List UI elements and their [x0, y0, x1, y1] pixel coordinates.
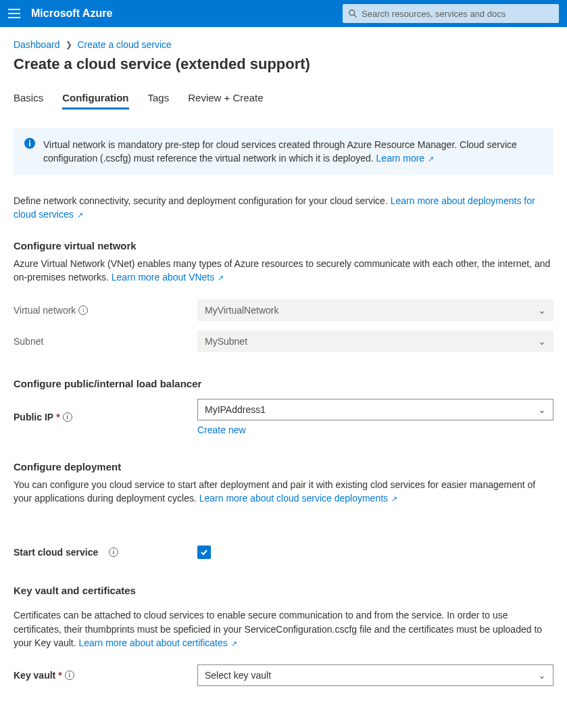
- section-virtual-network: Configure virtual network Azure Virtual …: [14, 240, 553, 352]
- external-link-icon: ↗: [75, 211, 83, 219]
- subnet-value: MySubnet: [205, 336, 247, 347]
- info-icon: [24, 138, 35, 166]
- start-service-checkbox[interactable]: [197, 545, 211, 559]
- external-link-icon: ↗: [229, 639, 237, 648]
- info-learn-more-link[interactable]: Learn more ↗: [376, 153, 435, 164]
- start-service-label: Start cloud service i: [14, 547, 197, 558]
- search-input[interactable]: [362, 9, 553, 19]
- section-key-vault: Key vault and certificates Certificates …: [14, 585, 553, 686]
- chevron-down-icon: ⌄: [538, 336, 546, 347]
- deploy-heading: Configure deployment: [14, 461, 553, 472]
- virtual-network-dropdown: MyVirtualNetwork ⌄: [197, 299, 553, 321]
- info-text: Virtual network is mandatory pre-step fo…: [43, 139, 517, 164]
- chevron-down-icon: ⌄: [538, 305, 546, 316]
- svg-rect-4: [29, 141, 30, 142]
- key-vault-value: Select key vault: [205, 670, 271, 681]
- chevron-down-icon: ⌄: [538, 404, 546, 415]
- subnet-label: Subnet: [14, 336, 197, 347]
- breadcrumb: Dashboard ❯ Create a cloud service: [14, 39, 553, 50]
- tab-review-create[interactable]: Review + Create: [188, 92, 263, 110]
- svg-line-1: [354, 15, 357, 18]
- public-ip-dropdown[interactable]: MyIPAddress1 ⌄: [197, 399, 553, 420]
- tab-tags[interactable]: Tags: [148, 92, 170, 110]
- vnet-desc: Azure Virtual Network (VNet) enables man…: [14, 258, 550, 283]
- tab-strip: Basics Configuration Tags Review + Creat…: [14, 92, 553, 110]
- breadcrumb-dashboard[interactable]: Dashboard: [14, 39, 60, 50]
- vnet-label: Virtual network i: [14, 305, 197, 316]
- svg-rect-3: [29, 143, 30, 147]
- global-search[interactable]: [343, 4, 559, 23]
- create-new-link[interactable]: Create new: [197, 424, 246, 435]
- chevron-down-icon: ⌄: [538, 670, 546, 681]
- key-vault-dropdown[interactable]: Select key vault ⌄: [197, 664, 553, 686]
- info-banner: Virtual network is mandatory pre-step fo…: [14, 128, 553, 175]
- svg-point-0: [349, 10, 355, 16]
- info-tooltip-icon[interactable]: i: [65, 671, 74, 680]
- tab-basics[interactable]: Basics: [14, 92, 43, 110]
- info-tooltip-icon[interactable]: i: [78, 306, 88, 315]
- info-tooltip-icon[interactable]: i: [63, 412, 72, 422]
- lb-heading: Configure public/internal load balancer: [14, 378, 553, 389]
- menu-icon[interactable]: [8, 9, 20, 18]
- subnet-dropdown: MySubnet ⌄: [197, 331, 553, 352]
- brand-label: Microsoft Azure: [31, 7, 112, 20]
- vnet-learn-more-link[interactable]: Learn more about VNets ↗: [112, 272, 224, 283]
- kv-heading: Key vault and certificates: [14, 585, 553, 596]
- external-link-icon: ↗: [389, 495, 397, 503]
- deploy-learn-more-link[interactable]: Learn more about cloud service deploymen…: [199, 493, 397, 504]
- intro-text: Define network connectivity, security an…: [14, 195, 391, 206]
- breadcrumb-current[interactable]: Create a cloud service: [78, 39, 172, 50]
- vnet-heading: Configure virtual network: [14, 240, 553, 251]
- section-deployment: Configure deployment You can configure y…: [14, 461, 553, 560]
- kv-learn-more-link[interactable]: Learn more about about certificates ↗: [79, 637, 237, 648]
- external-link-icon: ↗: [216, 274, 224, 282]
- top-bar: Microsoft Azure: [0, 0, 567, 27]
- search-icon: [348, 9, 358, 18]
- public-ip-label: Public IP * i: [14, 412, 197, 422]
- info-tooltip-icon[interactable]: i: [109, 548, 118, 557]
- virtual-network-value: MyVirtualNetwork: [205, 305, 278, 316]
- chevron-right-icon: ❯: [66, 40, 72, 49]
- public-ip-value: MyIPAddress1: [205, 404, 266, 415]
- tab-configuration[interactable]: Configuration: [62, 92, 128, 110]
- section-load-balancer: Configure public/internal load balancer …: [14, 378, 553, 435]
- key-vault-label: Key vault * i: [14, 670, 197, 681]
- external-link-icon: ↗: [426, 155, 434, 163]
- page-title: Create a cloud service (extended support…: [14, 55, 553, 73]
